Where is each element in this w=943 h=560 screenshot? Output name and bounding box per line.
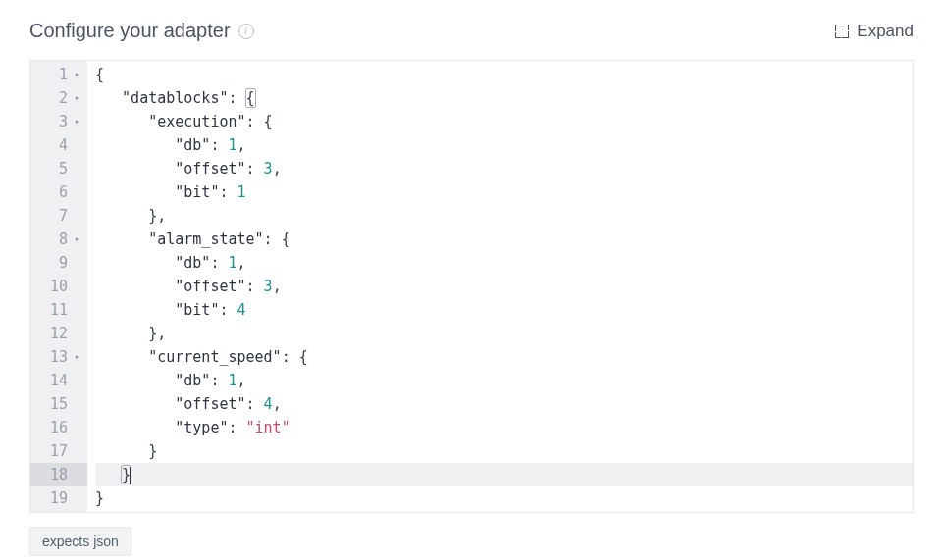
expand-button[interactable]: Expand: [835, 22, 914, 41]
info-icon[interactable]: i: [238, 24, 254, 39]
gutter-line: 17: [30, 439, 87, 463]
gutter-line: 18: [30, 463, 87, 486]
fold-toggle-icon[interactable]: ▾: [72, 110, 81, 133]
editor-code[interactable]: { "datablocks": { "execution": { "db": 1…: [87, 61, 913, 512]
code-line[interactable]: "current_speed": {: [95, 345, 913, 369]
code-line[interactable]: "execution": {: [95, 110, 913, 133]
gutter-line: 8▾: [30, 228, 87, 251]
fold-toggle-icon[interactable]: ▾: [72, 228, 81, 251]
section-header: Configure your adapter i Expand: [29, 20, 914, 42]
gutter-line: 10: [30, 275, 87, 298]
gutter-line: 16: [30, 416, 87, 439]
code-line[interactable]: "offset": 3,: [95, 157, 913, 180]
code-line[interactable]: "offset": 3,: [95, 275, 913, 298]
code-line[interactable]: "type": "int": [95, 416, 913, 439]
code-line[interactable]: },: [95, 204, 913, 228]
code-line[interactable]: "datablocks": {: [95, 86, 913, 110]
gutter-line: 7: [30, 204, 87, 228]
fold-toggle-icon[interactable]: ▾: [72, 63, 81, 86]
footer-area: expects json: [29, 527, 914, 556]
code-line[interactable]: "db": 1,: [95, 133, 913, 157]
gutter-line: 3▾: [30, 110, 87, 133]
gutter-line: 19: [30, 486, 87, 510]
fold-toggle-icon[interactable]: ▾: [72, 86, 81, 110]
gutter-line: 5: [30, 157, 87, 180]
code-line[interactable]: },: [95, 322, 913, 345]
fold-toggle-icon[interactable]: ▾: [72, 345, 81, 369]
format-badge: expects json: [29, 527, 131, 556]
code-line[interactable]: }: [95, 486, 913, 510]
code-line[interactable]: "offset": 4,: [95, 392, 913, 416]
code-line[interactable]: {: [95, 63, 913, 86]
gutter-line: 12: [30, 322, 87, 345]
gutter-line: 1▾: [30, 63, 87, 86]
title-wrap: Configure your adapter i: [29, 20, 254, 42]
code-line[interactable]: }: [95, 463, 913, 486]
code-line[interactable]: "alarm_state": {: [95, 228, 913, 251]
code-editor[interactable]: 1▾2▾3▾45678▾910111213▾141516171819 { "da…: [29, 60, 914, 513]
text-cursor: [130, 467, 131, 484]
code-line[interactable]: "db": 1,: [95, 369, 913, 392]
editor-gutter: 1▾2▾3▾45678▾910111213▾141516171819: [30, 61, 87, 512]
code-line[interactable]: "db": 1,: [95, 251, 913, 275]
code-line[interactable]: "bit": 1: [95, 180, 913, 204]
gutter-line: 2▾: [30, 86, 87, 110]
gutter-line: 15: [30, 392, 87, 416]
gutter-line: 6: [30, 180, 87, 204]
expand-icon: [835, 25, 849, 38]
gutter-line: 4: [30, 133, 87, 157]
code-line[interactable]: }: [95, 439, 913, 463]
gutter-line: 9: [30, 251, 87, 275]
section-title: Configure your adapter: [29, 20, 231, 42]
gutter-line: 13▾: [30, 345, 87, 369]
expand-label: Expand: [857, 22, 914, 41]
gutter-line: 14: [30, 369, 87, 392]
gutter-line: 11: [30, 298, 87, 322]
code-line[interactable]: "bit": 4: [95, 298, 913, 322]
